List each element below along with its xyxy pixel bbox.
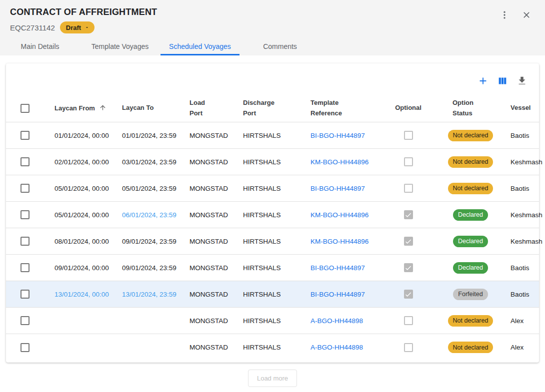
row-select-checkbox[interactable] <box>20 343 30 352</box>
template-reference-link[interactable]: KM-BGO-HH44896 <box>310 158 368 166</box>
vessel-cell: Keshmash <box>500 158 539 166</box>
discharge-port-cell: HIRTSHALS <box>233 158 300 166</box>
vessel-cell: Alex <box>500 317 539 325</box>
load-more-button[interactable]: Load more <box>248 370 297 387</box>
row-select-checkbox[interactable] <box>20 131 30 140</box>
template-reference-link[interactable]: KM-BGO-HH44896 <box>310 238 368 245</box>
row-select-checkbox[interactable] <box>20 263 30 272</box>
row-select-checkbox[interactable] <box>20 316 30 325</box>
vessel-cell: Baotis <box>500 264 539 272</box>
option-status-badge: Declared <box>453 236 488 247</box>
laycan-to-cell: 09/01/2024, 23:59 <box>112 238 180 245</box>
discharge-port-cell: HIRTSHALS <box>233 132 300 139</box>
column-header-vessel[interactable]: Vessel <box>500 103 539 113</box>
contract-id: EQC2731142 <box>10 23 55 32</box>
option-status-badge: Not declared <box>448 156 494 168</box>
row-select-checkbox[interactable] <box>20 237 30 246</box>
template-reference-link[interactable]: KM-BGO-HH44896 <box>310 211 368 219</box>
discharge-port-cell: HIRTSHALS <box>233 238 300 245</box>
discharge-port-cell: HIRTSHALS <box>233 344 300 351</box>
option-status-badge: Not declared <box>448 183 494 194</box>
load-port-cell: MONGSTAD <box>180 344 233 351</box>
column-header-optional[interactable]: Optional <box>376 103 440 113</box>
scheduled-voyages-panel: Laycan From Laycan To Load Port Discharg… <box>0 63 545 387</box>
tab-bar: Main Details Template Voyages Scheduled … <box>0 37 320 55</box>
table-body: 01/01/2024, 00:0001/01/2024, 23:59MONGST… <box>6 122 539 361</box>
column-header-discharge-port[interactable]: Discharge Port <box>233 98 300 119</box>
laycan-to-cell: 01/01/2024, 23:59 <box>112 132 180 139</box>
table-row: 13/01/2024, 00:0013/01/2024, 23:59MONGST… <box>6 281 539 308</box>
template-reference-link[interactable]: BI-BGO-HH44897 <box>310 132 365 139</box>
sort-arrow-up-icon <box>99 104 106 113</box>
column-header-laycan-to[interactable]: Laycan To <box>112 103 180 113</box>
template-reference-link[interactable]: BI-BGO-HH44897 <box>310 264 365 272</box>
optional-checkbox <box>404 343 413 352</box>
template-reference-link[interactable]: A-BGO-HH44898 <box>310 344 363 351</box>
row-select-checkbox[interactable] <box>20 157 30 166</box>
more-menu-button[interactable] <box>499 10 510 21</box>
optional-checkbox <box>404 131 413 140</box>
table-row: 01/01/2024, 00:0001/01/2024, 23:59MONGST… <box>6 122 539 149</box>
laycan-from-cell: 09/01/2024, 00:00 <box>44 264 112 272</box>
table-row: 08/01/2024, 00:0009/01/2024, 23:59MONGST… <box>6 228 539 255</box>
row-select-checkbox[interactable] <box>20 290 30 299</box>
load-port-cell: MONGSTAD <box>180 158 233 166</box>
template-reference-link[interactable]: BI-BGO-HH44897 <box>310 185 365 192</box>
manage-columns-button[interactable] <box>496 75 508 87</box>
laycan-from-cell: 01/01/2024, 00:00 <box>44 132 112 139</box>
row-select-checkbox[interactable] <box>20 210 30 219</box>
table-toolbar <box>6 63 539 94</box>
template-reference-link[interactable]: BI-BGO-HH44897 <box>310 291 365 298</box>
tab-main-details[interactable]: Main Details <box>0 37 80 55</box>
discharge-port-cell: HIRTSHALS <box>233 211 300 219</box>
discharge-port-cell: HIRTSHALS <box>233 317 300 325</box>
optional-checkbox <box>404 237 413 246</box>
download-icon <box>516 75 528 88</box>
column-header-option-status[interactable]: Option Status <box>440 98 500 119</box>
load-port-cell: MONGSTAD <box>180 317 233 325</box>
table-row: MONGSTADHIRTSHALSA-BGO-HH44898Not declar… <box>6 308 539 334</box>
option-status-badge: Forfeited <box>453 289 488 300</box>
close-icon <box>522 10 532 21</box>
column-header-template-reference[interactable]: Template Reference <box>300 98 376 119</box>
discharge-port-cell: HIRTSHALS <box>233 185 300 192</box>
option-status-badge: Not declared <box>448 342 494 353</box>
optional-checkbox <box>404 316 413 325</box>
status-dropdown-button[interactable]: Draft <box>60 21 94 33</box>
laycan-to-cell: 13/01/2024, 23:59 <box>112 291 180 298</box>
column-header-load-port[interactable]: Load Port <box>180 98 233 119</box>
laycan-from-cell: 05/01/2024, 00:00 <box>44 211 112 219</box>
optional-checkbox <box>404 210 413 219</box>
select-all-checkbox[interactable] <box>20 104 30 113</box>
tab-template-voyages[interactable]: Template Voyages <box>80 37 160 55</box>
vessel-cell: Baotis <box>500 291 539 298</box>
laycan-to-cell: 05/01/2024, 23:59 <box>112 185 180 192</box>
laycan-from-cell: 05/01/2024, 00:00 <box>44 185 112 192</box>
table-row: 02/01/2024, 00:0003/01/2024, 23:59MONGST… <box>6 149 539 175</box>
download-button[interactable] <box>516 75 528 87</box>
add-voyage-button[interactable] <box>477 75 489 87</box>
vessel-cell: Baotis <box>500 185 539 192</box>
option-status-badge: Not declared <box>448 130 494 141</box>
table-row: 09/01/2024, 00:0009/01/2024, 23:59MONGST… <box>6 255 539 281</box>
vessel-cell: Alex <box>500 344 539 351</box>
laycan-to-cell: 06/01/2024, 23:59 <box>112 211 180 219</box>
voyages-table-card: Laycan From Laycan To Load Port Discharg… <box>6 63 539 363</box>
plus-icon <box>478 75 488 88</box>
template-reference-link[interactable]: A-BGO-HH44898 <box>310 317 363 325</box>
close-button[interactable] <box>521 10 532 21</box>
tab-comments[interactable]: Comments <box>240 37 320 55</box>
view-columns-icon <box>497 75 508 88</box>
load-port-cell: MONGSTAD <box>180 291 233 298</box>
load-port-cell: MONGSTAD <box>180 264 233 272</box>
row-select-checkbox[interactable] <box>20 184 30 193</box>
load-port-cell: MONGSTAD <box>180 132 233 139</box>
vessel-cell: Baotis <box>500 132 539 139</box>
laycan-from-cell: 13/01/2024, 00:00 <box>44 291 112 298</box>
column-header-laycan-from[interactable]: Laycan From <box>54 104 106 113</box>
tab-scheduled-voyages[interactable]: Scheduled Voyages <box>160 37 240 55</box>
laycan-to-cell: 03/01/2024, 23:59 <box>112 158 180 166</box>
page-title: CONTRACT OF AFFREIGHTMENT <box>10 7 533 17</box>
optional-checkbox <box>404 184 413 193</box>
vessel-cell: Keshmash <box>500 211 539 219</box>
